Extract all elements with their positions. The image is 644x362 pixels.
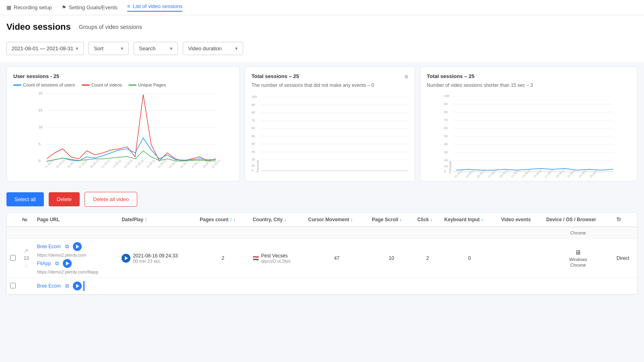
delete-all-video-button[interactable]: Delete all video: [85, 192, 137, 207]
row2-device-os: [543, 278, 613, 294]
col-cursor-movement[interactable]: Cursor Movement ↓: [305, 213, 369, 227]
groups-link[interactable]: Groups of video sessions: [79, 24, 142, 30]
col-page-scroll[interactable]: Page Scroll ↓: [369, 213, 414, 227]
search-filter[interactable]: Search ▾: [134, 42, 178, 55]
chart3-subtitle: Number of video sessions shorter than 15…: [427, 82, 631, 88]
country-sort-down-icon: ↓: [284, 217, 286, 222]
date-range-value: 2021-08-01 — 2021-08-31: [12, 45, 73, 51]
row-cursor-movement: 47: [305, 239, 369, 278]
row2-external-link-btn[interactable]: ⧉: [62, 282, 71, 290]
user-sessions-chart: User sessions - 25 Count of sessions of …: [6, 66, 240, 181]
site-url-2: https://demo2.plerdy.com/fitapp: [37, 269, 116, 274]
select-all-button[interactable]: Select all: [6, 192, 44, 206]
svg-text:01.08.21: 01.08.21: [44, 159, 54, 169]
row2-checkbox[interactable]: [10, 283, 16, 288]
row-page-url: Bree Ecom ⧉ https://demo2.plerdy.com Fit…: [34, 239, 119, 278]
nav-recording-setup[interactable]: ▦ Recording setup: [6, 4, 52, 10]
total-sessions-chart: Total sessions – 25 The number of sessio…: [245, 66, 415, 181]
video-duration-arrow-icon: ▾: [235, 45, 238, 51]
subheader-browser-cell: Chrome: [543, 227, 613, 239]
row-checkbox[interactable]: [10, 255, 16, 261]
svg-text:30: 30: [444, 150, 448, 154]
col-pages-count[interactable]: Pages count ↑ ↓: [196, 213, 250, 227]
chart3-title: Total sessions – 25: [427, 73, 631, 79]
table-row: Bree Ecom ⧉: [7, 278, 637, 294]
col-device-os: Device / OS / Browser: [543, 213, 613, 227]
svg-text:20: 20: [444, 158, 448, 162]
row-checkbox-cell: [7, 239, 19, 278]
legend-count-videos: Count of videos: [82, 82, 122, 87]
external-link-btn-2[interactable]: ⧉: [52, 259, 61, 268]
col-checkbox: [7, 213, 19, 227]
col-country-city[interactable]: Country, City ↓: [250, 213, 305, 227]
play-btn-2[interactable]: [63, 259, 72, 268]
page-header: Video sessions Groups of video sessions: [0, 15, 644, 37]
delete-button[interactable]: Delete: [49, 192, 80, 206]
svg-text:100: 100: [252, 95, 257, 99]
nav-list-sessions[interactable]: ≡ List of video sessions: [127, 3, 182, 12]
date-range-filter[interactable]: 2021-08-01 — 2021-08-31 ▾: [6, 42, 84, 55]
svg-text:13.08.21: 13.08.21: [112, 159, 122, 169]
svg-text:10: 10: [39, 125, 43, 129]
video-duration-filter[interactable]: Video duration ▾: [183, 42, 243, 55]
site-name-1[interactable]: Bree Ecom: [37, 244, 61, 249]
col-keyboard-input[interactable]: Keyboard Input ↓: [441, 213, 498, 227]
legend-unique-pages: Unique Pages: [128, 82, 166, 87]
click-sort-down-icon: ↓: [430, 217, 433, 222]
flag-icon: 🇭🇺: [253, 255, 259, 261]
col-date-play[interactable]: Date/Play ↑: [118, 213, 196, 227]
nav-setting-goals[interactable]: ⚑ Setting Goals/Events: [62, 4, 118, 10]
external-link-btn-1[interactable]: ⧉: [62, 242, 71, 251]
row-date-play: 2021-08-16 09:24:33 00 min 23 sec.: [118, 239, 196, 278]
row2-play-btn[interactable]: [73, 282, 82, 290]
svg-text:40: 40: [444, 142, 448, 146]
video-duration-label: Video duration: [188, 45, 222, 51]
sort-filter[interactable]: Sort ▾: [89, 42, 129, 55]
row2-page-url: Bree Ecom ⧉: [34, 278, 119, 294]
svg-text:80: 80: [444, 110, 448, 114]
row-datetime: 2021-08-16 09:24:33: [133, 253, 178, 259]
date-range-arrow-icon: ▾: [76, 45, 78, 51]
svg-text:30: 30: [252, 150, 255, 154]
play-btn-1[interactable]: [73, 242, 82, 251]
device-browser: Chrome: [570, 263, 586, 267]
keyboard-sort-down-icon: ↓: [481, 217, 483, 222]
setting-goals-icon: ⚑: [62, 4, 66, 10]
col-video-events: Video events: [498, 213, 543, 227]
redirect-arrow-icon: ↗: [24, 247, 29, 254]
svg-text:31.08.21: 31.08.21: [211, 159, 221, 169]
play-triangle-icon: [76, 245, 79, 249]
search-arrow-icon: ▾: [170, 45, 173, 51]
row2-checkbox-cell: [7, 278, 19, 294]
site-name-2[interactable]: FitApp: [37, 261, 51, 266]
row-keyboard-input: 0: [441, 239, 498, 278]
col-page-url: Page URL: [34, 213, 119, 227]
svg-text:09.08.21: 09.08.21: [499, 169, 509, 178]
pages-sort-up-icon: ↑: [230, 217, 232, 222]
chart1-legend: Count of sessions of users Count of vide…: [13, 82, 233, 87]
star-icon[interactable]: ☆: [24, 263, 29, 269]
col-click[interactable]: Click ↓: [414, 213, 441, 227]
row2-click: [414, 278, 441, 294]
sessions-table: № Page URL Date/Play ↑ Pages count ↑ ↓: [7, 213, 637, 294]
main-play-btn[interactable]: [122, 254, 130, 263]
row-country-city: 🇭🇺 Pest Vecsés qqccvD.oLStys: [250, 239, 305, 278]
row2-video-events: [498, 278, 543, 294]
device-os: Windows: [569, 257, 587, 262]
sort-label: Sort: [94, 45, 103, 51]
row-video-events: [498, 239, 543, 278]
svg-text:100: 100: [444, 94, 450, 98]
row2-site-name[interactable]: Bree Ecom: [37, 283, 61, 289]
chart3-svg: 100 90 80 70 60 50 40 30 20 10 0 Per: [427, 93, 631, 173]
svg-text:Percents: Percents: [256, 160, 259, 173]
chart1-svg-wrap: 20 15 10 5 0 01.08.21 03.08.21: [13, 90, 233, 172]
svg-text:90: 90: [252, 103, 255, 107]
svg-text:17.08.21: 17.08.21: [544, 169, 554, 178]
svg-text:19.08.21: 19.08.21: [146, 159, 155, 169]
chart2-menu-icon[interactable]: ≡: [405, 73, 408, 80]
legend-dot-blue: [13, 84, 21, 86]
chart1-svg: 20 15 10 5 0 01.08.21 03.08.21: [13, 90, 233, 171]
svg-text:70: 70: [444, 118, 448, 122]
city-code: qqccvD.oLStys: [261, 259, 291, 263]
play-triangle-2-icon: [66, 261, 69, 265]
